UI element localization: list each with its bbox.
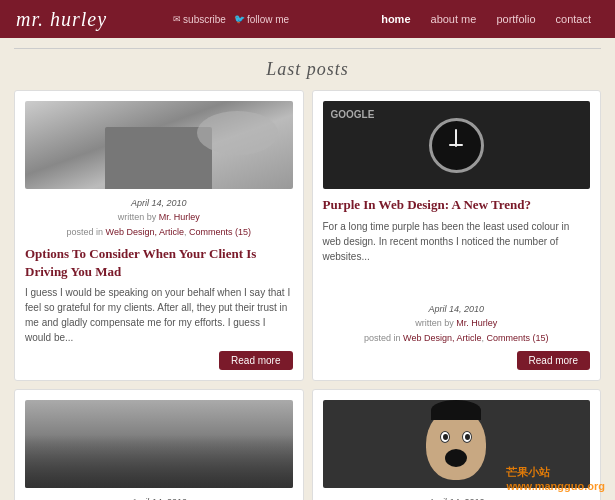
follow-label: follow me: [247, 14, 289, 25]
mouth: [445, 449, 467, 467]
post-image-2: GOOGLE: [323, 101, 591, 189]
written-by-2: written by: [415, 318, 454, 328]
nav-portfolio[interactable]: portfolio: [486, 13, 545, 25]
post-comments-2: Comments (15): [486, 333, 548, 343]
subscribe-label: subscribe: [183, 14, 226, 25]
follow-link[interactable]: 🐦 follow me: [234, 14, 289, 25]
twitter-icon: 🐦: [234, 14, 245, 24]
post-card-2: GOOGLE Purple In Web Design: A New Trend…: [312, 90, 602, 381]
building-image: [25, 101, 293, 189]
clock-image: GOOGLE: [323, 101, 591, 189]
shocked-face: [426, 408, 486, 480]
post-image-3: [25, 400, 293, 488]
nav-contact[interactable]: contact: [546, 13, 601, 25]
posts-grid: April 14, 2010 written by Mr. Hurley pos…: [14, 90, 601, 500]
post-author-2: Mr. Hurley: [456, 318, 497, 328]
post-categories-2: Web Design, Article: [403, 333, 481, 343]
posted-in-2: posted in: [364, 333, 401, 343]
subscribe-link[interactable]: ✉ subscribe: [173, 14, 226, 25]
post-meta-3: April 14, 2010 written by Mr. Hurley pos…: [25, 495, 293, 500]
post-comments-1: Comments (15): [189, 227, 251, 237]
post-date-2: April 14, 2010: [428, 304, 484, 314]
post-categories-1: Web Design, Article: [106, 227, 184, 237]
city-image: [25, 400, 293, 488]
section-title: Last posts: [14, 59, 601, 80]
left-eye: [440, 431, 450, 443]
post-meta-4: April 14, 2010 written by Mr. Hurley pos…: [323, 495, 591, 500]
logo: mr. hurley: [16, 8, 107, 31]
post-date-1: April 14, 2010: [131, 198, 187, 208]
top-divider: [14, 48, 601, 49]
nav-home[interactable]: home: [371, 13, 420, 25]
read-more-button-1[interactable]: Read more: [219, 351, 292, 370]
eyes: [440, 431, 472, 443]
post-excerpt-2: For a long time purple has been the leas…: [323, 219, 591, 297]
post-card-1: April 14, 2010 written by Mr. Hurley pos…: [14, 90, 304, 381]
right-eye: [462, 431, 472, 443]
google-label: GOOGLE: [331, 109, 375, 120]
social-links: ✉ subscribe 🐦 follow me: [173, 14, 289, 25]
clock-face: [429, 118, 484, 173]
written-by-1: written by: [118, 212, 157, 222]
read-more-button-2[interactable]: Read more: [517, 351, 590, 370]
subscribe-icon: ✉: [173, 14, 181, 24]
post-title-2: Purple In Web Design: A New Trend?: [323, 196, 591, 214]
watermark: 芒果小站www.mangguo.org: [506, 465, 605, 492]
hair: [431, 400, 481, 420]
main-nav: home about me portfolio contact: [371, 13, 601, 25]
post-meta-1: April 14, 2010 written by Mr. Hurley pos…: [25, 196, 293, 239]
site-header: mr. hurley ✉ subscribe 🐦 follow me home …: [0, 0, 615, 38]
posted-in-1: posted in: [67, 227, 104, 237]
main-content: Last posts April 14, 2010 written by Mr.…: [0, 38, 615, 500]
post-title-1: Options To Consider When Your Client Is …: [25, 245, 293, 280]
post-excerpt-1: I guess I would be speaking on your beha…: [25, 285, 293, 345]
post-author-1: Mr. Hurley: [159, 212, 200, 222]
post-meta-2: April 14, 2010 written by Mr. Hurley pos…: [323, 302, 591, 345]
post-image-1: [25, 101, 293, 189]
post-card-3: April 14, 2010 written by Mr. Hurley pos…: [14, 389, 304, 500]
nav-about[interactable]: about me: [421, 13, 487, 25]
